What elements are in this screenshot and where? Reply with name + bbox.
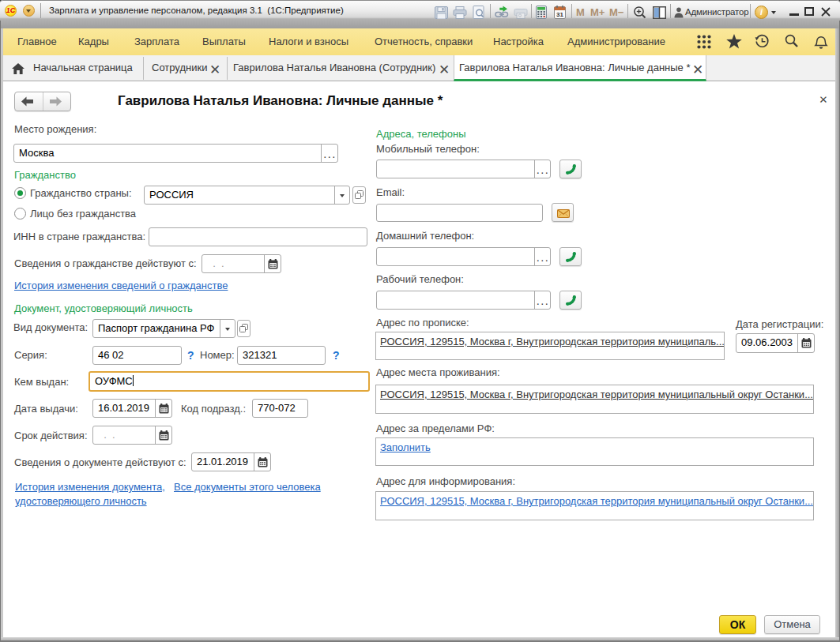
svg-text:31: 31 (556, 11, 563, 18)
